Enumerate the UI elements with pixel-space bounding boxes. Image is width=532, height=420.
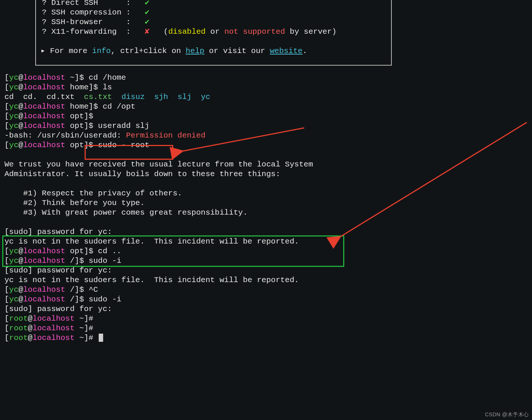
banner-row-ssh-browser: ? SSH-browser : ✔ [42,17,150,27]
banner-row-ssh-compression: ? SSH compression : ✔ [42,8,150,17]
help-link[interactable]: help [185,47,204,55]
disabled-word: disabled [168,27,206,36]
banner-label: Direct SSH [51,0,98,7]
banner-row-x11: ? X11-forwarding : ✘ (disabled or not su… [42,27,336,37]
csdn-watermark: CSDN @木予木心 [485,410,529,419]
sudo-lecture-line: Administrator. It usually boils down to … [4,170,280,178]
permission-denied-line: -bash: /usr/sbin/useradd: [4,131,126,140]
check-icon: ✔ [145,0,150,7]
cursor-icon [99,334,103,342]
banner-label: SSH-browser [51,18,103,26]
website-link[interactable]: website [270,47,302,55]
sudo-lecture-line: We trust you have received the usual lec… [4,160,313,169]
mobaxterm-banner-box: ? Direct SSH : ✔ ? SSH compression : ✔ ?… [35,0,392,66]
banner-row-direct-ssh: ? Direct SSH : ✔ [42,0,150,8]
sudo-rule: #3) With great power comes great respons… [4,208,247,217]
sudo-root-command: sudo - root [93,141,149,149]
arrow-to-green-box [339,122,527,237]
banner-label: SSH compression [51,8,121,17]
info-link[interactable]: info [92,47,111,55]
check-icon: ✔ [145,18,150,26]
cross-icon: ✘ [145,27,150,36]
banner-info-line: ▸ For more info, ctrl+click on help or v… [36,46,307,56]
sudoers-error: yc is not in the sudoers file. This inci… [4,237,299,246]
sudo-password-prompt: [sudo] password for yc: [4,228,112,236]
terminal-screenshot: ? Direct SSH : ✔ ? SSH compression : ✔ ?… [0,0,532,420]
notsupported-word: not supported [224,27,285,36]
sudo-rule: #1) Respect the privacy of others. [4,189,182,198]
banner-label: X11-forwarding [51,27,116,36]
sudo-rule: #2) Think before you type. [4,199,145,207]
terminal-transcript[interactable]: [yc@localhost ~]$ cd /home [yc@localhost… [4,73,313,343]
check-icon: ✔ [145,8,150,17]
